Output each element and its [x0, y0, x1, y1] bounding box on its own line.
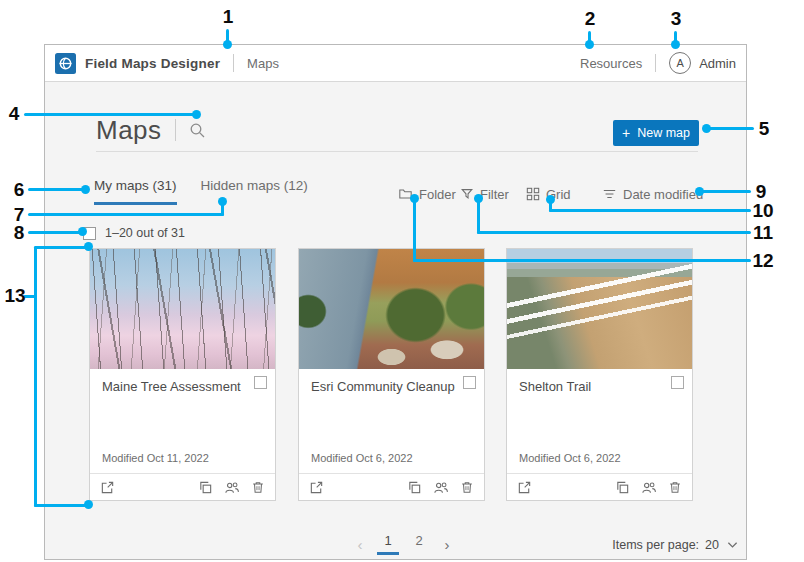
callout-dot-3	[671, 40, 680, 49]
map-card-maine-tree-assessment[interactable]: Maine Tree Assessment Modified Oct 11, 2…	[89, 248, 276, 501]
callout-label-3: 3	[671, 8, 682, 30]
card-modified-date: Modified Oct 6, 2022	[311, 452, 413, 464]
group-people-icon	[641, 480, 657, 495]
field-maps-designer-window: Field Maps Designer Maps Resources A Adm…	[44, 44, 747, 560]
card-action-bar	[507, 473, 692, 500]
grid-icon	[526, 187, 540, 201]
open-in-new-icon	[100, 480, 115, 495]
duplicate-button[interactable]	[407, 480, 422, 495]
callout-line-9	[699, 190, 751, 193]
tab-my-maps[interactable]: My maps (31)	[94, 178, 177, 205]
title-divider	[175, 119, 176, 141]
open-map-button[interactable]	[517, 480, 532, 495]
card-checkbox[interactable]	[671, 376, 684, 389]
callout-line-11	[477, 231, 751, 234]
duplicate-icon	[615, 480, 630, 495]
app-header: Field Maps Designer Maps Resources A Adm…	[45, 45, 746, 82]
card-title: Maine Tree Assessment	[102, 379, 241, 394]
callout-dot-2	[585, 40, 594, 49]
title-rule	[96, 151, 698, 152]
callout-line-13-bottom	[34, 504, 90, 507]
tab-hidden-maps[interactable]: Hidden maps (12)	[201, 178, 308, 205]
share-group-button[interactable]	[224, 480, 240, 495]
delete-button[interactable]	[251, 480, 265, 495]
avatar[interactable]: A	[669, 52, 691, 74]
callout-dot-1	[223, 40, 232, 49]
duplicate-button[interactable]	[198, 480, 213, 495]
card-action-bar	[299, 473, 484, 500]
open-in-new-icon	[309, 480, 324, 495]
share-group-button[interactable]	[641, 480, 657, 495]
callout-label-2: 2	[585, 8, 596, 30]
open-map-button[interactable]	[309, 480, 324, 495]
card-modified-date: Modified Oct 11, 2022	[102, 452, 209, 464]
open-map-button[interactable]	[100, 480, 115, 495]
nav-item-resources[interactable]: Resources	[580, 56, 642, 71]
sort-label: Date modified	[623, 187, 703, 202]
callout-label-6: 6	[14, 179, 25, 201]
card-action-group	[615, 480, 682, 495]
nav-item-maps[interactable]: Maps	[247, 56, 279, 71]
card-title: Esri Community Cleanup	[311, 379, 455, 394]
card-body: Esri Community Cleanup Modified Oct 6, 2…	[299, 369, 484, 473]
prev-page-button[interactable]: ‹	[352, 536, 368, 553]
duplicate-icon	[198, 480, 213, 495]
sort-icon	[602, 187, 617, 201]
new-map-button[interactable]: + New map	[613, 120, 699, 146]
delete-button[interactable]	[668, 480, 682, 495]
username-admin[interactable]: Admin	[699, 56, 736, 71]
callout-line-13-top	[34, 246, 90, 249]
callout-dot-9	[695, 187, 704, 196]
screenshot-root: Field Maps Designer Maps Resources A Adm…	[0, 0, 804, 562]
esri-logo	[55, 53, 76, 74]
sort-button[interactable]: Date modified	[602, 186, 703, 202]
callout-dot-12	[410, 194, 419, 203]
map-card-esri-community-cleanup[interactable]: Esri Community Cleanup Modified Oct 6, 2…	[298, 248, 485, 501]
page-1-button[interactable]: 1	[377, 533, 399, 555]
delete-button[interactable]	[460, 480, 474, 495]
new-map-label: New map	[637, 126, 690, 140]
callout-line-13-vertical	[34, 246, 37, 507]
pagination: ‹ 1 2 ›	[352, 533, 455, 555]
open-in-new-icon	[517, 480, 532, 495]
search-button[interactable]	[189, 122, 206, 139]
share-group-button[interactable]	[433, 480, 449, 495]
callout-label-8: 8	[14, 222, 25, 244]
plus-icon: +	[622, 126, 630, 140]
callout-label-1: 1	[223, 6, 234, 28]
card-checkbox[interactable]	[463, 376, 476, 389]
group-people-icon	[224, 480, 240, 495]
page-2-button[interactable]: 2	[408, 533, 430, 555]
page-title: Maps	[96, 115, 162, 146]
header-divider-2	[655, 54, 656, 72]
callout-dot-11	[474, 194, 483, 203]
callout-line-10	[549, 209, 751, 212]
callout-label-13: 13	[4, 285, 25, 307]
folder-button[interactable]: Folder	[398, 186, 456, 202]
filter-button[interactable]: Filter	[460, 186, 509, 202]
map-card-shelton-trail[interactable]: Shelton Trail Modified Oct 6, 2022	[506, 248, 693, 501]
card-action-bar	[90, 473, 275, 500]
callout-label-4: 4	[9, 103, 20, 125]
trash-icon	[460, 480, 474, 495]
duplicate-button[interactable]	[615, 480, 630, 495]
trash-icon	[668, 480, 682, 495]
callout-dot-10	[546, 195, 555, 204]
card-checkbox[interactable]	[254, 376, 267, 389]
folder-label: Folder	[419, 187, 456, 202]
items-per-page-dropdown[interactable]: 20	[705, 538, 738, 552]
map-thumbnail	[507, 249, 692, 369]
next-page-button[interactable]: ›	[439, 536, 455, 553]
page-title-row: Maps	[96, 115, 206, 145]
callout-line-11b	[477, 198, 480, 234]
card-action-group	[198, 480, 265, 495]
map-thumbnail	[90, 249, 275, 369]
filter-label: Filter	[480, 187, 509, 202]
group-people-icon	[433, 480, 449, 495]
selection-count-label: 1–20 out of 31	[105, 226, 185, 240]
callout-line-8	[28, 231, 83, 234]
callout-label-5: 5	[759, 118, 770, 140]
callout-dot-8	[78, 227, 87, 236]
card-action-group	[407, 480, 474, 495]
callout-dot-13-top	[84, 242, 93, 251]
